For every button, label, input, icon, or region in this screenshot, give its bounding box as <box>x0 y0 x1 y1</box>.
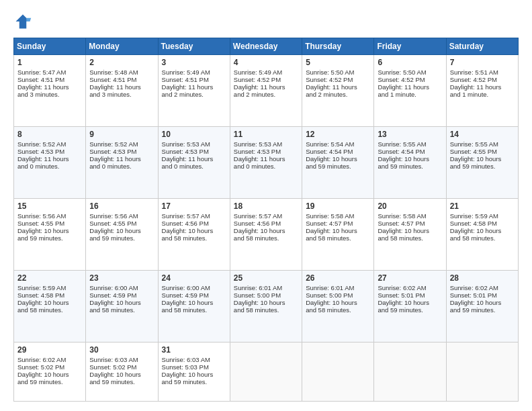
weekday-header-saturday: Saturday <box>446 38 518 55</box>
day-info-line: Sunrise: 6:01 AM <box>234 284 298 291</box>
calendar-cell: 12Sunrise: 5:54 AMSunset: 4:54 PMDayligh… <box>302 127 374 199</box>
day-info-line: Daylight: 10 hours <box>162 371 226 378</box>
day-info-line: and 0 minutes. <box>162 163 226 170</box>
page: SundayMondayTuesdayWednesdayThursdayFrid… <box>0 0 532 411</box>
day-info-line: Sunset: 4:55 PM <box>17 220 82 227</box>
day-info-line: Sunset: 4:52 PM <box>234 76 298 83</box>
calendar-cell: 15Sunrise: 5:56 AMSunset: 4:55 PMDayligh… <box>14 199 86 271</box>
day-info-line: Daylight: 10 hours <box>306 155 370 163</box>
day-info-line: Daylight: 11 hours <box>306 83 370 91</box>
day-info-line: Sunset: 5:02 PM <box>89 363 154 371</box>
day-info-line: Daylight: 11 hours <box>17 155 82 163</box>
day-info-line: Sunset: 4:53 PM <box>17 148 82 155</box>
day-info-line: Sunrise: 5:59 AM <box>450 212 515 220</box>
day-info-line: and 2 minutes. <box>162 91 226 98</box>
day-info-line: Daylight: 10 hours <box>17 371 82 378</box>
day-info-line: Daylight: 11 hours <box>378 83 442 91</box>
day-info-line: Sunset: 5:02 PM <box>17 363 82 371</box>
day-info-line: Sunrise: 6:02 AM <box>378 284 442 291</box>
calendar-cell: 26Sunrise: 6:01 AMSunset: 5:00 PMDayligh… <box>302 271 374 342</box>
calendar-week-row: 15Sunrise: 5:56 AMSunset: 4:55 PMDayligh… <box>14 199 519 271</box>
day-info-line: Sunrise: 6:03 AM <box>162 356 226 363</box>
day-info-line: Sunrise: 6:00 AM <box>89 284 154 291</box>
day-info-line: and 0 minutes. <box>89 163 154 170</box>
calendar-cell: 31Sunrise: 6:03 AMSunset: 5:03 PMDayligh… <box>158 342 230 402</box>
day-info-line: Sunset: 4:56 PM <box>234 220 298 227</box>
day-info-line: and 2 minutes. <box>234 91 298 98</box>
day-number: 10 <box>162 130 226 139</box>
day-number: 22 <box>17 273 82 283</box>
day-info-line: Sunrise: 5:53 AM <box>162 140 226 148</box>
day-info-line: and 58 minutes. <box>234 234 298 242</box>
calendar-cell: 11Sunrise: 5:53 AMSunset: 4:53 PMDayligh… <box>230 127 302 199</box>
day-info-line: Daylight: 10 hours <box>17 299 82 306</box>
calendar-cell <box>446 342 518 402</box>
day-number: 17 <box>162 201 226 211</box>
calendar-cell: 4Sunrise: 5:49 AMSunset: 4:52 PMDaylight… <box>230 55 302 127</box>
calendar-cell: 29Sunrise: 6:02 AMSunset: 5:02 PMDayligh… <box>14 342 86 402</box>
day-info-line: Daylight: 10 hours <box>306 227 370 234</box>
day-info-line: and 59 minutes. <box>17 234 82 242</box>
day-info-line: and 1 minute. <box>450 91 515 98</box>
day-number: 19 <box>306 201 370 211</box>
calendar-cell: 28Sunrise: 6:02 AMSunset: 5:01 PMDayligh… <box>446 271 518 342</box>
day-info-line: Daylight: 10 hours <box>162 299 226 306</box>
day-info-line: Sunrise: 5:49 AM <box>234 68 298 76</box>
calendar-cell: 13Sunrise: 5:55 AMSunset: 4:54 PMDayligh… <box>374 127 446 199</box>
day-number: 14 <box>450 130 515 139</box>
day-info-line: Sunrise: 5:53 AM <box>234 140 298 148</box>
logo <box>13 12 35 31</box>
day-info-line: Daylight: 11 hours <box>450 83 515 91</box>
day-info-line: and 58 minutes. <box>234 306 298 314</box>
calendar-cell <box>230 342 302 402</box>
logo-icon <box>13 12 32 31</box>
day-info-line: Sunrise: 5:47 AM <box>17 68 82 76</box>
svg-marker-1 <box>26 18 31 21</box>
day-info-line: and 59 minutes. <box>306 163 370 170</box>
calendar-week-row: 1Sunrise: 5:47 AMSunset: 4:51 PMDaylight… <box>14 55 519 127</box>
day-info-line: Sunrise: 5:54 AM <box>306 140 370 148</box>
header <box>13 12 519 31</box>
day-info-line: Daylight: 10 hours <box>378 227 442 234</box>
weekday-header-wednesday: Wednesday <box>230 38 302 55</box>
day-info-line: Daylight: 11 hours <box>89 83 154 91</box>
day-info-line: Sunrise: 5:50 AM <box>306 68 370 76</box>
calendar-cell: 6Sunrise: 5:50 AMSunset: 4:52 PMDaylight… <box>374 55 446 127</box>
day-info-line: Daylight: 10 hours <box>234 299 298 306</box>
calendar-table: SundayMondayTuesdayWednesdayThursdayFrid… <box>13 38 519 402</box>
day-number: 9 <box>89 130 154 139</box>
calendar-cell: 14Sunrise: 5:55 AMSunset: 4:55 PMDayligh… <box>446 127 518 199</box>
day-info-line: Daylight: 10 hours <box>306 299 370 306</box>
day-number: 13 <box>378 130 442 139</box>
calendar-cell: 27Sunrise: 6:02 AMSunset: 5:01 PMDayligh… <box>374 271 446 342</box>
day-info-line: and 58 minutes. <box>89 306 154 314</box>
day-info-line: and 1 minute. <box>378 91 442 98</box>
day-info-line: Sunrise: 5:48 AM <box>89 68 154 76</box>
day-info-line: and 0 minutes. <box>234 163 298 170</box>
day-info-line: Sunset: 4:51 PM <box>162 76 226 83</box>
calendar-week-row: 29Sunrise: 6:02 AMSunset: 5:02 PMDayligh… <box>14 342 519 402</box>
day-info-line: and 3 minutes. <box>89 91 154 98</box>
day-info-line: Sunset: 4:54 PM <box>378 148 442 155</box>
day-info-line: Sunset: 5:01 PM <box>378 291 442 299</box>
calendar-cell: 17Sunrise: 5:57 AMSunset: 4:56 PMDayligh… <box>158 199 230 271</box>
calendar-cell: 5Sunrise: 5:50 AMSunset: 4:52 PMDaylight… <box>302 55 374 127</box>
day-info-line: Sunset: 5:01 PM <box>450 291 515 299</box>
day-info-line: Sunrise: 5:59 AM <box>17 284 82 291</box>
day-info-line: and 59 minutes. <box>162 378 226 385</box>
day-info-line: and 58 minutes. <box>378 234 442 242</box>
calendar-cell: 21Sunrise: 5:59 AMSunset: 4:58 PMDayligh… <box>446 199 518 271</box>
day-info-line: Sunset: 4:55 PM <box>89 220 154 227</box>
day-info-line: and 59 minutes. <box>17 378 82 385</box>
calendar-cell: 25Sunrise: 6:01 AMSunset: 5:00 PMDayligh… <box>230 271 302 342</box>
day-number: 21 <box>450 201 515 211</box>
day-info-line: and 59 minutes. <box>378 306 442 314</box>
day-number: 11 <box>234 130 298 139</box>
day-info-line: Daylight: 10 hours <box>162 227 226 234</box>
day-info-line: Sunrise: 6:00 AM <box>162 284 226 291</box>
day-info-line: Sunset: 4:58 PM <box>17 291 82 299</box>
day-info-line: Daylight: 11 hours <box>234 155 298 163</box>
day-info-line: Sunrise: 6:02 AM <box>17 356 82 363</box>
day-number: 24 <box>162 273 226 283</box>
day-info-line: and 58 minutes. <box>17 306 82 314</box>
